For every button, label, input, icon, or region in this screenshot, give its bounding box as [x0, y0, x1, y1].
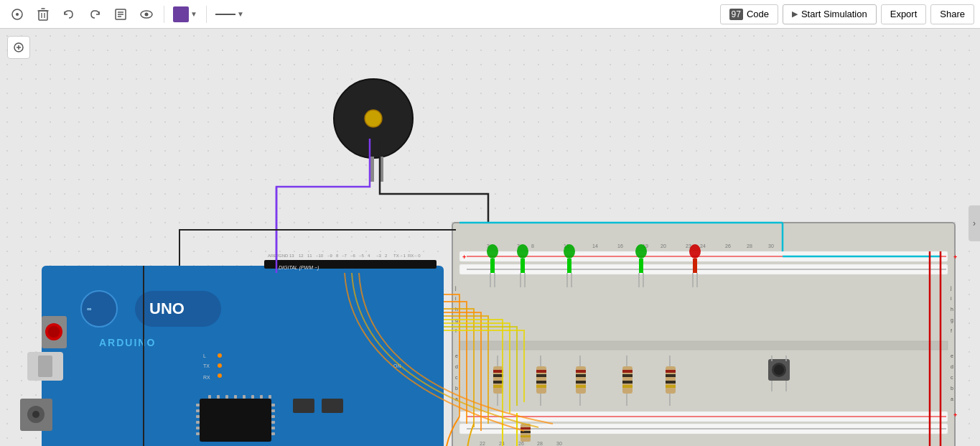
undo-btn[interactable] [57, 4, 80, 24]
svg-text:30: 30 [556, 441, 562, 446]
svg-point-1 [16, 13, 19, 16]
svg-rect-128 [521, 427, 531, 429]
toolbar-right: 97 Code ▶ Start Simulation Export Share [720, 4, 974, 24]
svg-text:b: b [951, 386, 953, 391]
code-button[interactable]: 97 Code [720, 4, 778, 24]
divider-2 [206, 6, 207, 23]
svg-rect-184 [271, 421, 275, 424]
svg-rect-179 [196, 427, 200, 429]
color-swatch [173, 6, 189, 22]
svg-rect-185 [271, 427, 275, 429]
svg-text:13: 13 [289, 254, 294, 258]
svg-rect-129 [521, 431, 531, 433]
toolbar: ▼ ▼ 97 Code ▶ Start Simulation Export Sh… [0, 0, 980, 29]
svg-text:28: 28 [747, 243, 752, 248]
divider-1 [164, 6, 164, 23]
color-picker[interactable]: ▼ [170, 5, 200, 24]
circuit-svg: + j i h g f // This won't execute in SVG… [0, 29, 980, 446]
svg-rect-178 [196, 421, 200, 424]
svg-text:d: d [951, 364, 953, 369]
svg-text:e: e [951, 353, 953, 358]
line-style[interactable]: ▼ [213, 9, 247, 19]
simulate-label: Start Simulation [801, 9, 867, 19]
share-button[interactable]: Share [930, 4, 974, 24]
svg-rect-174 [200, 399, 271, 442]
svg-rect-60 [490, 259, 495, 273]
collapse-panel-button[interactable]: › [969, 205, 980, 241]
svg-text:f: f [951, 328, 952, 333]
svg-point-162 [218, 373, 222, 378]
svg-rect-89 [536, 374, 546, 377]
svg-rect-82 [493, 374, 503, 377]
canvas[interactable]: + j i h g f // This won't execute in SVG… [0, 29, 980, 446]
svg-text:g: g [951, 317, 953, 323]
svg-rect-195 [293, 399, 314, 413]
svg-text:24: 24 [700, 243, 706, 248]
svg-rect-24 [459, 341, 948, 350]
svg-text:d: d [455, 364, 458, 369]
export-button[interactable]: Export [881, 4, 927, 24]
svg-rect-192 [251, 395, 254, 399]
svg-rect-187 [208, 395, 211, 399]
simulate-button[interactable]: ▶ Start Simulation [783, 4, 877, 24]
svg-text:UNO: UNO [149, 299, 185, 317]
svg-rect-98 [576, 385, 586, 388]
delete-tool[interactable] [32, 4, 55, 24]
svg-text:RX←0: RX←0 [408, 254, 421, 258]
svg-point-173 [32, 411, 39, 418]
svg-text:+: + [953, 412, 957, 419]
svg-point-10 [365, 110, 382, 127]
svg-rect-81 [493, 370, 503, 373]
svg-point-5 [145, 12, 149, 16]
svg-text:a: a [951, 396, 953, 401]
svg-text:h: h [951, 307, 953, 312]
svg-text:28: 28 [537, 441, 543, 446]
line-preview [215, 14, 235, 15]
svg-text:11: 11 [307, 254, 312, 258]
svg-rect-109 [666, 370, 676, 373]
svg-rect-95 [576, 370, 586, 373]
svg-text:j: j [950, 285, 952, 291]
svg-text:+: + [462, 254, 466, 261]
svg-rect-102 [622, 370, 633, 373]
svg-text:c: c [455, 375, 458, 380]
chevron-right-icon: › [973, 218, 976, 228]
move-tool[interactable] [6, 4, 29, 24]
play-icon: ▶ [792, 9, 798, 19]
redo-btn[interactable] [83, 4, 106, 24]
svg-point-116 [774, 365, 784, 375]
code-label: Code [747, 9, 769, 19]
note-tool[interactable] [109, 4, 132, 24]
svg-rect-97 [576, 381, 586, 384]
svg-text:16: 16 [617, 243, 623, 248]
svg-text:24: 24 [499, 441, 505, 446]
svg-point-168 [48, 326, 60, 338]
code-icon: 97 [729, 9, 743, 20]
svg-rect-175 [196, 404, 200, 406]
svg-rect-177 [196, 415, 200, 418]
svg-rect-112 [666, 385, 676, 388]
view-tool[interactable] [135, 4, 158, 24]
svg-rect-68 [567, 259, 571, 273]
share-label: Share [940, 9, 965, 19]
svg-rect-176 [196, 409, 200, 412]
svg-text:AREF: AREF [268, 254, 279, 258]
export-label: Export [890, 9, 918, 19]
svg-text:26: 26 [725, 243, 731, 248]
svg-rect-64 [521, 259, 525, 273]
svg-rect-188 [217, 395, 220, 399]
svg-text:~10: ~10 [316, 254, 324, 258]
svg-rect-194 [269, 395, 271, 399]
svg-text:e: e [455, 353, 458, 358]
svg-point-63 [517, 244, 528, 259]
svg-text:30: 30 [768, 243, 774, 248]
svg-text:TX: TX [203, 363, 210, 368]
svg-point-165 [218, 353, 222, 358]
svg-rect-90 [536, 381, 546, 384]
svg-rect-191 [243, 395, 246, 399]
svg-rect-2 [39, 11, 47, 20]
svg-rect-196 [322, 399, 343, 413]
svg-rect-181 [271, 404, 275, 406]
line-arrow: ▼ [237, 10, 244, 18]
fit-view-button[interactable] [7, 36, 30, 59]
